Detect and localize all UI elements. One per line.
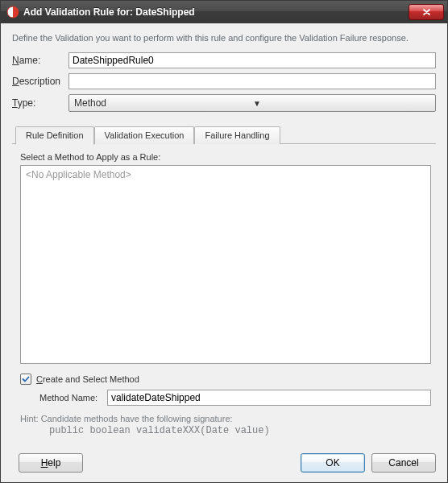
dialog-window: Add Validation Rule for: DateShipped Def… xyxy=(0,0,448,483)
close-icon xyxy=(422,8,431,16)
close-button[interactable] xyxy=(409,4,444,20)
button-bar: Help OK Cancel xyxy=(1,446,447,482)
dialog-description: Define the Validation you want to perfor… xyxy=(12,33,436,43)
label-description: Description xyxy=(12,76,68,87)
tabpanel-rule-definition: Select a Method to Apply as a Rule: <No … xyxy=(12,144,436,438)
label-method-name: Method Name: xyxy=(39,393,107,402)
check-icon xyxy=(22,375,30,383)
titlebar: Add Validation Rule for: DateShipped xyxy=(1,1,447,23)
help-button[interactable]: Help xyxy=(19,453,83,473)
row-name: Name: xyxy=(12,52,436,68)
row-create-method: Create and Select Method xyxy=(20,374,431,385)
row-type: Type: Method ▼ xyxy=(12,94,436,112)
tab-validation-execution[interactable]: Validation Execution xyxy=(94,126,195,144)
method-list[interactable]: <No Applicable Method> xyxy=(20,165,431,364)
row-method-name: Method Name: xyxy=(20,390,431,406)
checkbox-create-method[interactable] xyxy=(20,374,31,385)
label-name: Name: xyxy=(12,55,68,66)
tab-rule-definition[interactable]: Rule Definition xyxy=(15,126,94,145)
type-select-value: Method xyxy=(74,97,253,109)
tab-failure-handling[interactable]: Failure Handling xyxy=(194,126,280,144)
description-input[interactable] xyxy=(68,73,436,89)
window-title: Add Validation Rule for: DateShipped xyxy=(23,6,409,18)
hint-code: public boolean validateXXX(Date value) xyxy=(20,425,431,436)
app-icon xyxy=(6,5,20,19)
hint-text: Hint: Candidate methods have the followi… xyxy=(20,414,431,423)
label-create-method: Create and Select Method xyxy=(36,374,139,384)
ok-button[interactable]: OK xyxy=(301,453,365,473)
create-method-section: Create and Select Method Method Name: Hi… xyxy=(20,374,431,436)
name-input[interactable] xyxy=(68,52,436,68)
row-description: Description xyxy=(12,73,436,89)
label-select-method: Select a Method to Apply as a Rule: xyxy=(20,152,431,162)
label-type: Type: xyxy=(12,97,68,109)
dialog-content: Define the Validation you want to perfor… xyxy=(1,23,447,446)
cancel-button[interactable]: Cancel xyxy=(371,453,436,473)
method-list-placeholder: <No Applicable Method> xyxy=(26,169,131,180)
chevron-down-icon: ▼ xyxy=(253,99,432,108)
tabstrip: Rule Definition Validation Execution Fai… xyxy=(12,126,436,144)
method-name-input[interactable] xyxy=(107,390,431,406)
type-select[interactable]: Method ▼ xyxy=(68,94,436,112)
